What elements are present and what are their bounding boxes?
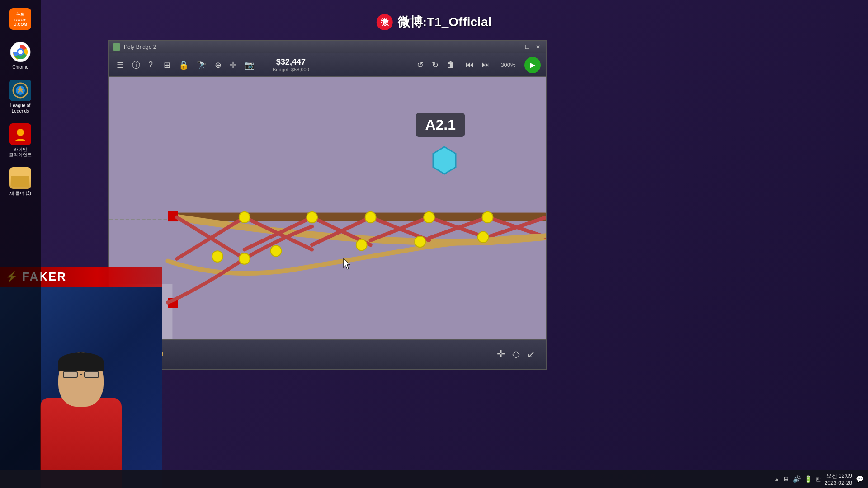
bridge-svg: [109, 77, 546, 339]
svg-point-33: [212, 251, 223, 262]
move-icon[interactable]: ✛: [228, 58, 238, 72]
stream-title-bar: 微 微博:T1_Official: [377, 14, 491, 31]
bottom-right-tools: ✛ ◇ ↙: [495, 347, 537, 362]
svg-point-38: [239, 253, 250, 264]
next-icon[interactable]: ⏭: [480, 58, 492, 71]
help-icon[interactable]: ?: [146, 58, 155, 71]
sidebar-icon-lol[interactable]: League ofLegends: [2, 76, 38, 117]
svg-point-37: [478, 231, 489, 242]
svg-marker-40: [433, 147, 456, 174]
minimize-button[interactable]: ─: [512, 43, 521, 51]
notification-icon[interactable]: 💬: [856, 475, 863, 483]
blue-hex-icon: [429, 145, 460, 178]
budget-amount: $32,447: [276, 57, 306, 67]
svg-point-34: [271, 245, 282, 256]
folder-label: 새 폴더 (2): [9, 191, 31, 196]
redo-icon[interactable]: ↻: [430, 58, 440, 72]
sidebar-icon-streamer[interactable]: 라이언클라이언트: [2, 120, 38, 161]
systray-network-icon[interactable]: 🖥: [783, 475, 789, 483]
delete-icon[interactable]: 🗑: [445, 58, 457, 71]
window-titlebar: Poly Bridge 2 ─ ☐ ✕: [109, 41, 546, 53]
camera-icon[interactable]: 📷: [243, 58, 256, 72]
taskbar-time: 오전 12:09 2023-02-28: [825, 472, 852, 486]
window-title-icon: [113, 43, 120, 51]
douyu-logo-icon: 斗鱼DOUY U.COM: [9, 8, 31, 30]
grid-icon[interactable]: ⊞: [162, 58, 172, 72]
junction-icon[interactable]: ⊕: [213, 58, 223, 72]
binoculars-icon[interactable]: 🔭: [195, 58, 208, 72]
svg-point-28: [239, 212, 250, 223]
game-bottom-toolbar: ✛ ◇ ↙: [109, 339, 546, 369]
weibo-icon: 微: [377, 14, 393, 30]
faker-hair: [58, 352, 104, 371]
prev-icon[interactable]: ⏮: [464, 58, 476, 71]
path-tool[interactable]: ↙: [525, 347, 537, 362]
window-controls: ─ ☐ ✕: [512, 43, 542, 51]
systray-lang: 한: [816, 475, 821, 483]
budget-display: $32,447 Budget: $58,000: [273, 57, 309, 72]
chrome-label: Chrome: [12, 65, 28, 70]
systray-battery-icon[interactable]: 🔋: [804, 475, 812, 483]
sidebar-icon-chrome[interactable]: Chrome: [2, 38, 38, 74]
sidebar-icon-folder[interactable]: 새 폴더 (2): [2, 164, 38, 200]
toolbar-history: ↺ ↻ 🗑: [415, 58, 457, 72]
lol-label: League ofLegends: [10, 103, 31, 114]
svg-point-30: [365, 212, 376, 223]
sidebar-icon-douyu[interactable]: 斗鱼DOUY U.COM: [2, 5, 38, 35]
close-button[interactable]: ✕: [533, 43, 542, 51]
svg-point-36: [415, 236, 425, 247]
streamer-icon: [9, 123, 31, 145]
faker-head: [58, 352, 104, 407]
svg-point-31: [424, 212, 434, 223]
desktop: 斗鱼DOUY U.COM Chrome: [0, 0, 868, 488]
faker-glasses: [63, 371, 99, 379]
svg-point-29: [307, 212, 317, 223]
play-button[interactable]: ▶: [524, 57, 541, 73]
zoom-display: 300%: [499, 61, 517, 68]
systray-up-arrow[interactable]: ▲: [774, 476, 779, 482]
systray-volume-icon[interactable]: 🔊: [793, 475, 801, 483]
chrome-icon: [9, 41, 31, 63]
systray: ▲ 🖥 🔊 🔋 한 오전 12:09 2023-02-28 💬: [774, 472, 863, 486]
taskbar-bottom: ▲ 🖥 🔊 🔋 한 오전 12:09 2023-02-28 💬: [0, 470, 868, 488]
level-label: A2.1: [416, 113, 465, 137]
menu-icon[interactable]: ☰: [115, 58, 126, 72]
lol-icon: [9, 80, 31, 101]
svg-point-35: [356, 239, 367, 250]
undo-icon[interactable]: ↺: [415, 58, 425, 72]
toolbar-left: ☰ ⓘ ?: [115, 58, 155, 72]
game-window: Poly Bridge 2 ─ ☐ ✕ ☰ ⓘ ? ⊞ 🔒 🔭 ⊕ ✛ 📷: [108, 40, 547, 370]
time-display: 오전 12:09: [825, 472, 852, 480]
select-tool[interactable]: ◇: [510, 347, 522, 362]
folder-icon: [9, 167, 31, 189]
svg-point-32: [482, 212, 493, 223]
stream-title-text: 微博:T1_Official: [397, 14, 491, 31]
game-toolbar: ☰ ⓘ ? ⊞ 🔒 🔭 ⊕ ✛ 📷 $32,447 Budget: $58,00…: [109, 53, 546, 77]
svg-point-2: [18, 50, 23, 54]
maximize-button[interactable]: ☐: [523, 43, 532, 51]
svg-point-8: [17, 129, 24, 136]
toolbar-tools: ⊞ 🔒 🔭 ⊕ ✛ 📷: [162, 58, 256, 72]
budget-label: Budget: $58,000: [273, 67, 309, 72]
window-title: Poly Bridge 2: [124, 44, 508, 50]
pan-tool[interactable]: ✛: [495, 347, 507, 362]
date-display: 2023-02-28: [825, 480, 852, 486]
game-canvas[interactable]: A2.1: [109, 77, 546, 339]
lock-icon[interactable]: 🔒: [177, 58, 190, 72]
sidebar: 斗鱼DOUY U.COM Chrome: [0, 0, 41, 488]
toolbar-nav: ⏮ ⏭: [464, 58, 492, 71]
info-icon[interactable]: ⓘ: [130, 58, 142, 72]
streamer-label: 라이언클라이언트: [9, 147, 32, 158]
